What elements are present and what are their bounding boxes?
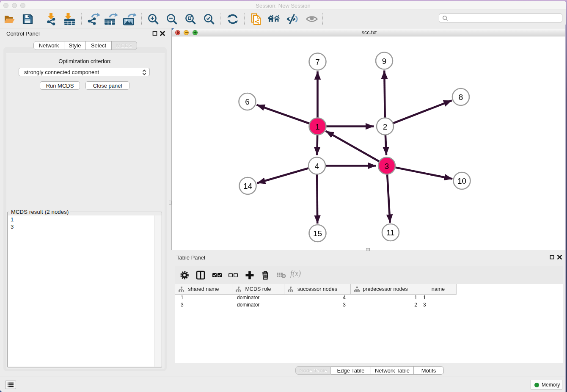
svg-text:6: 6: [245, 97, 250, 106]
svg-text:3: 3: [385, 162, 389, 171]
svg-text:1: 1: [315, 122, 320, 131]
svg-text:7: 7: [315, 58, 320, 66]
svg-text:15: 15: [313, 229, 322, 238]
svg-text:4: 4: [315, 162, 319, 171]
svg-text:2: 2: [383, 122, 388, 131]
svg-text:8: 8: [459, 93, 463, 102]
svg-text:14: 14: [243, 182, 253, 190]
svg-text:11: 11: [386, 228, 395, 237]
svg-text:10: 10: [457, 177, 466, 185]
svg-text:9: 9: [382, 57, 387, 66]
